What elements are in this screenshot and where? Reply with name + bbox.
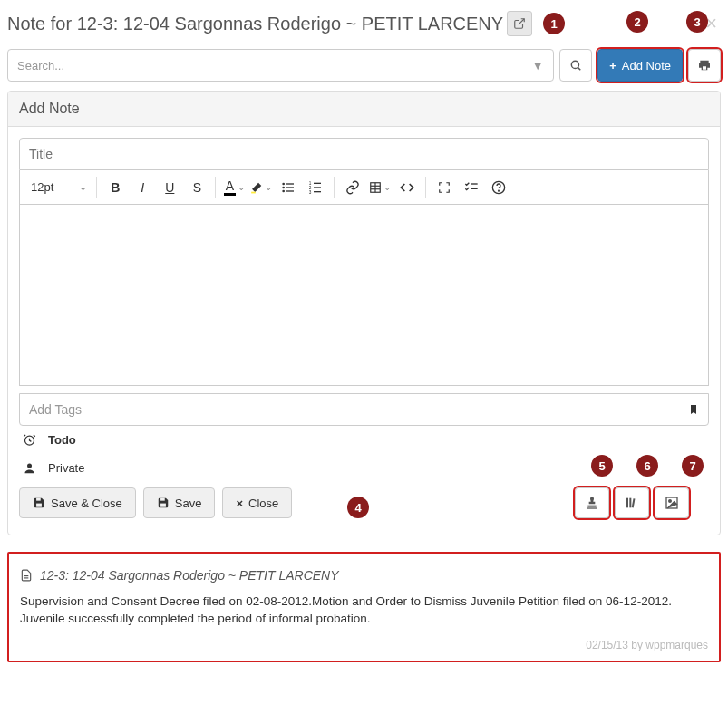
- svg-rect-33: [629, 498, 631, 508]
- search-icon: [569, 59, 582, 72]
- svg-rect-9: [286, 190, 294, 191]
- help-button[interactable]: [486, 175, 511, 200]
- svg-point-1: [572, 61, 579, 68]
- chevron-down-icon: ⌄: [79, 181, 87, 193]
- callout-7: 7: [682, 455, 704, 477]
- note-icon: [20, 568, 33, 583]
- tags-placeholder: Add Tags: [29, 402, 82, 417]
- image-icon: [665, 496, 679, 510]
- caret-down-icon: ▼: [531, 58, 544, 72]
- svg-rect-29: [160, 504, 166, 507]
- callout-4: 4: [347, 497, 369, 518]
- svg-rect-26: [36, 498, 41, 501]
- strikethrough-button[interactable]: S: [184, 175, 209, 200]
- highlight-button[interactable]: ⌄: [248, 175, 274, 200]
- add-note-panel: Add Note 12pt⌄ B I U S A⌄ ⌄ 123 ⌄: [7, 91, 721, 535]
- search-combo[interactable]: Search... ▼: [7, 49, 554, 82]
- library-button[interactable]: [615, 487, 649, 518]
- add-note-button[interactable]: + Add Note: [597, 49, 683, 82]
- svg-rect-15: [314, 191, 321, 192]
- number-list-button[interactable]: 123: [303, 175, 328, 200]
- svg-point-25: [27, 464, 32, 468]
- bold-button[interactable]: B: [102, 175, 128, 200]
- number-list-icon: 123: [308, 180, 323, 195]
- checklist-icon: [464, 180, 479, 195]
- svg-line-2: [578, 68, 581, 71]
- note-title-input[interactable]: [19, 138, 709, 170]
- close-button[interactable]: × Close: [222, 487, 292, 518]
- modal-header: Note for 12-3: 12-04 Sargonnas Roderigo …: [7, 7, 721, 47]
- fullscreen-icon: [438, 181, 451, 194]
- separator: [215, 177, 216, 198]
- checklist-button[interactable]: [459, 175, 484, 200]
- svg-rect-13: [314, 182, 321, 183]
- search-button[interactable]: [559, 49, 592, 82]
- popout-button[interactable]: [507, 11, 532, 36]
- save-icon: [157, 497, 170, 509]
- svg-rect-27: [36, 504, 42, 507]
- print-button[interactable]: [688, 49, 721, 82]
- bullet-list-icon: [281, 180, 296, 195]
- button-row: Save & Close Save × Close 4 5 6 7: [19, 482, 709, 524]
- save-icon: [33, 497, 45, 509]
- private-label: Private: [48, 461, 84, 475]
- svg-rect-32: [626, 498, 628, 508]
- add-note-label: Add Note: [622, 59, 671, 72]
- callout-1: 1: [543, 13, 565, 34]
- print-icon: [697, 58, 712, 72]
- save-button[interactable]: Save: [143, 487, 216, 518]
- save-close-button[interactable]: Save & Close: [19, 487, 136, 518]
- svg-rect-3: [251, 191, 256, 193]
- editor-toolbar: 12pt⌄ B I U S A⌄ ⌄ 123 ⌄: [19, 170, 709, 205]
- link-button[interactable]: [340, 175, 365, 200]
- svg-point-6: [283, 189, 286, 192]
- callout-2: 2: [626, 11, 648, 33]
- svg-rect-14: [314, 187, 321, 188]
- plus-icon: +: [609, 59, 616, 72]
- highlight-icon: [250, 181, 263, 194]
- svg-point-23: [499, 190, 500, 191]
- bullet-list-button[interactable]: [276, 175, 301, 200]
- table-button[interactable]: ⌄: [367, 175, 393, 200]
- link-icon: [345, 180, 360, 195]
- underline-button[interactable]: U: [157, 175, 182, 200]
- top-toolbar: Search... ▼ + Add Note 2 3: [7, 47, 721, 83]
- existing-note: 12-3: 12-04 Sargonnas Roderigo ~ PETIT L…: [7, 552, 721, 662]
- callout-5: 5: [591, 455, 613, 477]
- fullscreen-button[interactable]: [432, 175, 457, 200]
- svg-rect-34: [632, 498, 636, 507]
- separator: [425, 177, 426, 198]
- svg-text:3: 3: [309, 189, 312, 194]
- code-button[interactable]: [394, 175, 420, 200]
- popout-icon: [513, 17, 526, 30]
- close-icon: ×: [236, 497, 243, 510]
- text-color-button[interactable]: A⌄: [221, 175, 247, 200]
- svg-rect-8: [286, 187, 294, 188]
- font-size-select[interactable]: 12pt⌄: [24, 175, 91, 200]
- svg-point-5: [283, 186, 286, 188]
- italic-button[interactable]: I: [130, 175, 155, 200]
- table-icon: [369, 181, 382, 194]
- tags-input[interactable]: Add Tags: [19, 393, 709, 426]
- separator: [96, 177, 97, 198]
- stamp-icon: [585, 496, 599, 510]
- svg-rect-7: [286, 183, 294, 184]
- editor-body[interactable]: [19, 205, 709, 386]
- stamp-button[interactable]: [575, 487, 609, 518]
- existing-note-title: 12-3: 12-04 Sargonnas Roderigo ~ PETIT L…: [40, 568, 339, 583]
- todo-toggle[interactable]: Todo: [19, 426, 709, 454]
- svg-line-0: [519, 19, 524, 24]
- panel-title: Add Note: [8, 92, 720, 127]
- callout-6: 6: [636, 455, 658, 477]
- search-placeholder: Search...: [17, 59, 64, 72]
- help-icon: [491, 180, 506, 195]
- modal-title: Note for 12-3: 12-04 Sargonnas Roderigo …: [7, 14, 503, 34]
- existing-note-meta: 02/15/13 by wppmarques: [20, 639, 708, 651]
- svg-rect-28: [160, 498, 165, 501]
- svg-point-36: [669, 500, 672, 503]
- separator: [334, 177, 335, 198]
- alarm-icon: [23, 433, 39, 447]
- callout-3: 3: [686, 11, 708, 33]
- library-icon: [625, 496, 639, 510]
- image-button[interactable]: [655, 487, 689, 518]
